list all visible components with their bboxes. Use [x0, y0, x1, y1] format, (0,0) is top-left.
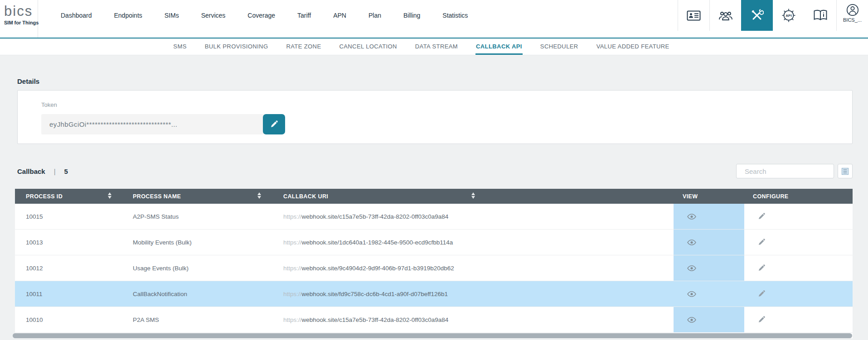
configure-button[interactable] — [758, 316, 765, 323]
process-id-cell: 10011 — [15, 281, 122, 306]
configure-button[interactable] — [758, 213, 765, 220]
brand-logo: bics SIM for Things — [0, 0, 38, 38]
view-cell — [674, 281, 744, 306]
configure-pencil-icon — [758, 213, 765, 220]
tab-value-added-feature[interactable]: VALUE ADDED FEATURE — [596, 40, 670, 55]
table-row[interactable]: 10010 P2A SMS https://webhook.site/c15a7… — [15, 307, 853, 333]
process-id-cell: 10012 — [15, 255, 122, 281]
callback-count: 5 — [64, 168, 68, 175]
horizontal-scrollbar[interactable] — [13, 333, 852, 338]
nav-item-plan[interactable]: Plan — [369, 12, 381, 19]
process-name-cell: CallBackNotification — [122, 281, 272, 306]
eye-icon — [687, 265, 696, 271]
process-name-cell: Usage Events (Bulk) — [122, 255, 272, 281]
tab-cancel-location[interactable]: CANCEL LOCATION — [339, 40, 397, 55]
api-gear-button[interactable]: API — [773, 0, 805, 31]
callback-table: PROCESS ID PROCESS NAME CALLBACK URI VIE… — [15, 189, 853, 333]
callback-uri-cell: https://webhook.site/c15a7e5b-73ff-42da-… — [272, 204, 674, 229]
tab-bulk-provisioning[interactable]: BULK PROVISIONING — [204, 40, 269, 55]
nav-item-services[interactable]: Services — [201, 12, 226, 19]
nav-item-endpoints[interactable]: Endpoints — [114, 12, 142, 19]
nav-item-billing[interactable]: Billing — [403, 12, 420, 19]
table-row[interactable]: 10012 Usage Events (Bulk) https://webhoo… — [15, 255, 853, 281]
brand-logo-text: bics — [4, 4, 35, 19]
main-nav: Dashboard Endpoints SIMs Services Covera… — [61, 0, 468, 38]
view-button[interactable] — [687, 214, 696, 220]
tools-button[interactable] — [741, 0, 773, 31]
configure-cell — [744, 230, 853, 255]
header-icon-cluster: API BICS_... — [678, 0, 868, 31]
token-field[interactable]: eyJhbGciOi******************************… — [41, 114, 264, 134]
view-button[interactable] — [687, 317, 696, 323]
process-id-cell: 10010 — [15, 307, 122, 332]
callback-title: Callback — [17, 168, 45, 175]
nav-item-sims[interactable]: SIMs — [165, 12, 179, 19]
user-profile-button[interactable]: BICS_... — [836, 0, 868, 31]
sort-icon — [108, 192, 112, 199]
eye-icon — [687, 317, 696, 323]
svg-text:API: API — [786, 14, 791, 18]
contact-card-icon — [687, 10, 701, 21]
configure-pencil-icon — [758, 290, 765, 297]
list-icon — [841, 168, 849, 175]
nav-item-tariff[interactable]: Tariff — [297, 12, 311, 19]
documentation-button[interactable] — [805, 0, 836, 31]
configure-cell — [744, 281, 853, 306]
eye-icon — [687, 239, 696, 245]
eye-icon — [687, 214, 696, 220]
contact-card-button[interactable] — [678, 0, 709, 31]
app-header: bics SIM for Things Dashboard Endpoints … — [0, 0, 868, 38]
tab-data-stream[interactable]: DATA STREAM — [415, 40, 458, 55]
api-gear-icon: API — [781, 7, 797, 24]
col-header-callback-uri[interactable]: CALLBACK URI — [272, 189, 674, 204]
nav-item-statistics[interactable]: Statistics — [442, 12, 468, 19]
view-cell — [674, 255, 744, 281]
eye-icon — [687, 291, 696, 297]
table-row[interactable]: 10013 Mobility Events (Bulk) https://web… — [15, 230, 853, 255]
nav-item-apn[interactable]: APN — [333, 12, 346, 19]
table-row[interactable]: 10015 A2P-SMS Status https://webhook.sit… — [15, 204, 853, 230]
callback-toolbar: Callback | 5 — [17, 163, 853, 179]
users-group-icon — [718, 11, 733, 20]
col-header-process-id[interactable]: PROCESS ID — [15, 189, 122, 204]
configure-pencil-icon — [758, 264, 765, 272]
configure-pencil-icon — [758, 239, 765, 246]
configure-button[interactable] — [758, 239, 765, 246]
sub-nav: SMS BULK PROVISIONING RATE ZONE CANCEL L… — [0, 39, 868, 55]
callback-uri-cell: https://webhook.site/fd9c758c-dc6b-4cd1-… — [272, 281, 674, 306]
callback-uri-cell: https://webhook.site/9c4904d2-9d9f-406b-… — [272, 255, 674, 281]
configure-cell — [744, 255, 853, 281]
nav-item-coverage[interactable]: Coverage — [247, 12, 275, 19]
configure-button[interactable] — [758, 264, 765, 272]
view-button[interactable] — [687, 291, 696, 297]
users-group-button[interactable] — [709, 0, 741, 31]
column-settings-button[interactable] — [838, 164, 853, 178]
view-button[interactable] — [687, 239, 696, 245]
view-cell — [674, 230, 744, 255]
tab-scheduler[interactable]: SCHEDULER — [540, 40, 579, 55]
view-button[interactable] — [687, 265, 696, 271]
process-name-cell: P2A SMS — [122, 307, 272, 332]
tab-rate-zone[interactable]: RATE ZONE — [286, 40, 321, 55]
table-row-selected[interactable]: 10011 CallBackNotification https://webho… — [15, 281, 853, 307]
brand-tagline: SIM for Things — [4, 20, 35, 25]
configure-pencil-icon — [758, 316, 765, 323]
search-input[interactable] — [736, 164, 834, 178]
tab-callback-api[interactable]: CALLBACK API — [475, 40, 523, 55]
tab-sms[interactable]: SMS — [173, 40, 187, 55]
process-id-cell: 10015 — [15, 204, 122, 229]
token-edit-button[interactable] — [263, 114, 285, 134]
profile-label: BICS_... — [843, 17, 862, 23]
col-header-configure: CONFIGURE — [744, 189, 853, 204]
token-label: Token — [41, 101, 57, 108]
configure-button[interactable] — [758, 290, 765, 297]
configure-cell — [744, 307, 853, 332]
sort-icon — [471, 192, 475, 199]
tools-icon — [750, 9, 764, 22]
details-section-title: Details — [17, 77, 39, 85]
view-cell — [674, 204, 744, 229]
process-name-cell: Mobility Events (Bulk) — [122, 230, 272, 255]
nav-item-dashboard[interactable]: Dashboard — [61, 12, 92, 19]
col-header-process-name[interactable]: PROCESS NAME — [122, 189, 272, 204]
callback-uri-cell: https://webhook.site/1dc640a1-1982-445e-… — [272, 230, 674, 255]
